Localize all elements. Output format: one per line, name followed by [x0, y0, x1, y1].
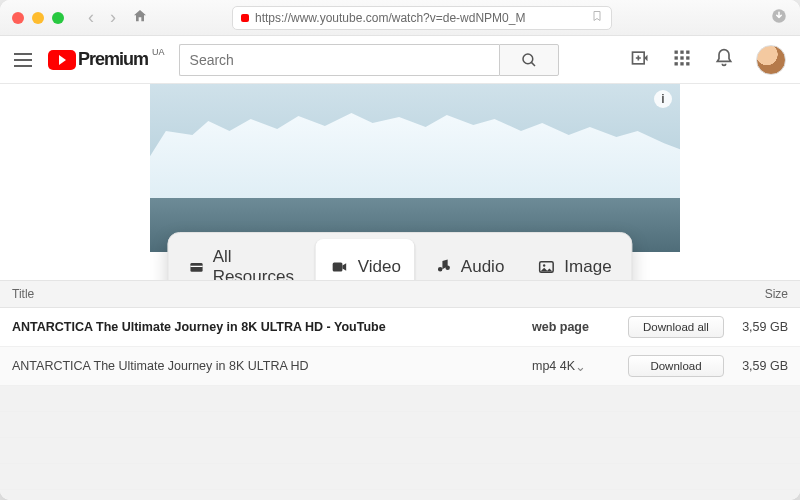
- svg-rect-13: [190, 263, 202, 272]
- svg-rect-4: [675, 50, 678, 53]
- back-button[interactable]: ‹: [82, 7, 100, 28]
- row-type: mp4 4K⌄: [532, 359, 628, 374]
- download-all-button[interactable]: Download all: [628, 316, 724, 338]
- download-button[interactable]: Download: [628, 355, 724, 377]
- url-text: https://www.youtube.com/watch?v=de-wdNPM…: [255, 11, 525, 25]
- svg-rect-9: [686, 56, 689, 59]
- search-input[interactable]: [179, 44, 499, 76]
- svg-line-2: [531, 62, 535, 66]
- row-title: ANTARCTICA The Ultimate Journey in 8K UL…: [12, 320, 532, 334]
- row-action-cell: Download all: [628, 316, 736, 338]
- svg-rect-6: [686, 50, 689, 53]
- youtube-play-icon: [48, 50, 76, 70]
- video-info-badge[interactable]: i: [654, 90, 672, 108]
- table-row[interactable]: ANTARCTICA The Ultimate Journey in 8K UL…: [0, 308, 800, 347]
- app-window: ‹ › https://www.youtube.com/watch?v=de-w…: [0, 0, 800, 500]
- col-action: [628, 287, 736, 301]
- col-type: [532, 287, 628, 301]
- svg-rect-7: [675, 56, 678, 59]
- zoom-window-button[interactable]: [52, 12, 64, 24]
- table-header: Title Size: [0, 280, 800, 308]
- youtube-logo[interactable]: Premium UA: [48, 49, 163, 70]
- filter-audio-label: Audio: [461, 257, 504, 277]
- svg-rect-10: [675, 62, 678, 65]
- empty-row: [0, 386, 800, 412]
- svg-rect-11: [680, 62, 683, 65]
- type-dropdown[interactable]: ⌄: [575, 359, 586, 374]
- header-actions: [630, 45, 786, 75]
- resources-table: Title Size ANTARCTICA The Ultimate Journ…: [0, 280, 800, 500]
- menu-button[interactable]: [14, 53, 32, 67]
- video-player[interactable]: i: [150, 84, 680, 252]
- address-bar[interactable]: https://www.youtube.com/watch?v=de-wdNPM…: [232, 6, 612, 30]
- row-title: ANTARCTICA The Ultimate Journey in 8K UL…: [12, 359, 532, 373]
- col-title: Title: [12, 287, 532, 301]
- empty-row: [0, 464, 800, 490]
- empty-row: [0, 438, 800, 464]
- close-window-button[interactable]: [12, 12, 24, 24]
- row-size: 3,59 GB: [736, 359, 788, 373]
- bookmark-icon[interactable]: [591, 9, 603, 26]
- svg-rect-5: [680, 50, 683, 53]
- filter-image-label: Image: [564, 257, 611, 277]
- search-button[interactable]: [499, 44, 559, 76]
- row-action-cell: Download: [628, 355, 736, 377]
- window-controls: [12, 12, 64, 24]
- table-row[interactable]: ANTARCTICA The Ultimate Journey in 8K UL…: [0, 347, 800, 386]
- col-size: Size: [736, 287, 788, 301]
- notifications-icon[interactable]: [714, 48, 734, 72]
- youtube-header: Premium UA: [0, 36, 800, 84]
- video-thumbnail: [150, 101, 680, 202]
- youtube-brand: Premium: [78, 49, 148, 70]
- search-form: [179, 44, 559, 76]
- svg-rect-12: [686, 62, 689, 65]
- site-favicon: [241, 14, 249, 22]
- home-button[interactable]: [132, 8, 148, 28]
- svg-rect-14: [333, 263, 343, 272]
- titlebar: ‹ › https://www.youtube.com/watch?v=de-w…: [0, 0, 800, 36]
- row-type: web page: [532, 320, 628, 334]
- apps-icon[interactable]: [672, 48, 692, 72]
- youtube-region: UA: [152, 47, 165, 57]
- svg-point-1: [523, 54, 533, 64]
- svg-point-17: [543, 264, 545, 266]
- filter-video-label: Video: [358, 257, 401, 277]
- empty-row: [0, 412, 800, 438]
- minimize-window-button[interactable]: [32, 12, 44, 24]
- empty-row: [0, 490, 800, 500]
- forward-button[interactable]: ›: [104, 7, 122, 28]
- svg-point-15: [446, 266, 451, 271]
- nav-arrows: ‹ ›: [82, 7, 122, 28]
- account-avatar[interactable]: [756, 45, 786, 75]
- downloads-icon[interactable]: [770, 7, 788, 29]
- svg-rect-8: [680, 56, 683, 59]
- create-icon[interactable]: [630, 48, 650, 72]
- row-size: 3,59 GB: [736, 320, 788, 334]
